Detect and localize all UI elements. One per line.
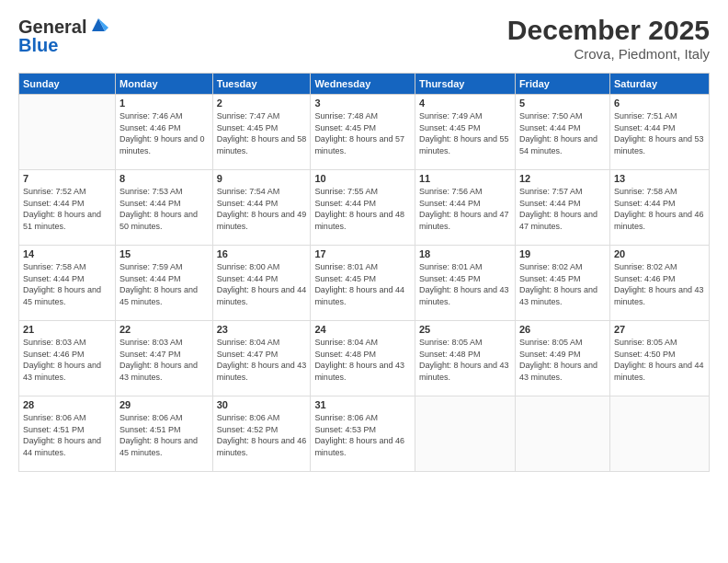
daylight-text: Daylight: 8 hours and 47 minutes. [519,209,606,232]
daylight-text: Daylight: 8 hours and 48 minutes. [314,209,411,232]
day-info: Sunrise: 7:57 AMSunset: 4:44 PMDaylight:… [519,186,606,232]
calendar-table: Sunday Monday Tuesday Wednesday Thursday… [18,73,710,472]
daylight-text: Daylight: 8 hours and 46 minutes. [614,209,705,232]
sunrise-text: Sunrise: 8:05 AM [419,337,511,349]
daylight-text: Daylight: 8 hours and 49 minutes. [217,209,307,232]
sunset-text: Sunset: 4:47 PM [119,349,209,361]
page-title: December 2025 [507,15,710,46]
sunset-text: Sunset: 4:44 PM [614,198,705,210]
day-number: 20 [614,248,705,259]
sunrise-text: Sunrise: 7:57 AM [519,186,606,198]
col-monday: Monday [116,74,213,95]
week-row-3: 21Sunrise: 8:03 AMSunset: 4:46 PMDayligh… [19,321,710,396]
col-wednesday: Wednesday [311,74,415,95]
sunrise-text: Sunrise: 8:05 AM [614,337,705,349]
week-row-1: 7Sunrise: 7:52 AMSunset: 4:44 PMDaylight… [19,170,710,246]
sunrise-text: Sunrise: 7:46 AM [119,110,209,122]
calendar-cell: 16Sunrise: 8:00 AMSunset: 4:44 PMDayligh… [212,246,311,321]
day-info: Sunrise: 7:47 AMSunset: 4:45 PMDaylight:… [217,110,307,156]
sunrise-text: Sunrise: 7:59 AM [119,261,209,273]
day-number: 19 [519,248,606,259]
sunset-text: Sunset: 4:44 PM [23,273,111,285]
day-info: Sunrise: 7:49 AMSunset: 4:45 PMDaylight:… [419,110,511,156]
sunrise-text: Sunrise: 8:02 AM [519,261,606,273]
day-info: Sunrise: 8:06 AMSunset: 4:52 PMDaylight:… [217,412,307,458]
day-info: Sunrise: 8:05 AMSunset: 4:49 PMDaylight:… [519,337,606,383]
sunrise-text: Sunrise: 7:58 AM [614,186,705,198]
daylight-text: Daylight: 8 hours and 43 minutes. [314,360,411,383]
day-number: 29 [119,399,209,410]
calendar-cell: 10Sunrise: 7:55 AMSunset: 4:44 PMDayligh… [311,170,415,246]
sunrise-text: Sunrise: 8:06 AM [119,412,209,424]
title-block: December 2025 Crova, Piedmont, Italy [507,15,710,62]
day-info: Sunrise: 8:04 AMSunset: 4:48 PMDaylight:… [314,337,411,383]
day-number: 24 [314,324,411,335]
calendar-cell: 24Sunrise: 8:04 AMSunset: 4:48 PMDayligh… [311,321,415,396]
day-info: Sunrise: 7:58 AMSunset: 4:44 PMDaylight:… [23,261,111,307]
daylight-text: Daylight: 8 hours and 50 minutes. [119,209,209,232]
day-number: 17 [314,248,411,259]
sunset-text: Sunset: 4:48 PM [419,349,511,361]
day-number: 22 [119,324,209,335]
day-number: 3 [314,98,411,109]
sunset-text: Sunset: 4:48 PM [314,349,411,361]
day-info: Sunrise: 8:06 AMSunset: 4:51 PMDaylight:… [23,412,111,458]
sunrise-text: Sunrise: 8:04 AM [217,337,307,349]
calendar-cell: 15Sunrise: 7:59 AMSunset: 4:44 PMDayligh… [116,246,213,321]
daylight-text: Daylight: 8 hours and 44 minutes. [614,360,705,383]
day-number: 7 [23,173,111,184]
logo: General Blue [18,15,108,56]
sunset-text: Sunset: 4:44 PM [119,198,209,210]
daylight-text: Daylight: 8 hours and 43 minutes. [217,360,307,383]
day-info: Sunrise: 8:02 AMSunset: 4:46 PMDaylight:… [614,261,705,307]
calendar-cell: 18Sunrise: 8:01 AMSunset: 4:45 PMDayligh… [415,246,515,321]
day-info: Sunrise: 8:06 AMSunset: 4:51 PMDaylight:… [119,412,209,458]
day-info: Sunrise: 7:53 AMSunset: 4:44 PMDaylight:… [119,186,209,232]
sunset-text: Sunset: 4:44 PM [119,273,209,285]
day-number: 30 [217,399,307,410]
sunset-text: Sunset: 4:44 PM [217,273,307,285]
sunset-text: Sunset: 4:44 PM [614,122,705,134]
day-number: 15 [119,248,209,259]
logo-blue: Blue [18,35,108,56]
day-info: Sunrise: 8:00 AMSunset: 4:44 PMDaylight:… [217,261,307,307]
daylight-text: Daylight: 8 hours and 43 minutes. [419,284,511,307]
calendar-cell: 14Sunrise: 7:58 AMSunset: 4:44 PMDayligh… [19,246,116,321]
sunrise-text: Sunrise: 7:48 AM [314,110,411,122]
sunrise-text: Sunrise: 7:51 AM [614,110,705,122]
calendar-cell [415,396,515,472]
daylight-text: Daylight: 9 hours and 0 minutes. [119,133,209,156]
daylight-text: Daylight: 8 hours and 43 minutes. [614,284,705,307]
sunrise-text: Sunrise: 7:50 AM [519,110,606,122]
day-number: 1 [119,98,209,109]
sunrise-text: Sunrise: 8:04 AM [314,337,411,349]
day-number: 31 [314,399,411,410]
daylight-text: Daylight: 8 hours and 44 minutes. [23,435,111,458]
logo-icon [88,15,108,35]
sunset-text: Sunset: 4:50 PM [614,349,705,361]
calendar-cell: 3Sunrise: 7:48 AMSunset: 4:45 PMDaylight… [311,95,415,170]
col-sunday: Sunday [19,74,116,95]
day-info: Sunrise: 8:04 AMSunset: 4:47 PMDaylight:… [217,337,307,383]
calendar-cell: 7Sunrise: 7:52 AMSunset: 4:44 PMDaylight… [19,170,116,246]
day-info: Sunrise: 8:01 AMSunset: 4:45 PMDaylight:… [419,261,511,307]
sunrise-text: Sunrise: 8:06 AM [314,412,411,424]
daylight-text: Daylight: 8 hours and 44 minutes. [314,284,411,307]
daylight-text: Daylight: 8 hours and 53 minutes. [614,133,705,156]
sunset-text: Sunset: 4:44 PM [519,198,606,210]
day-info: Sunrise: 8:01 AMSunset: 4:45 PMDaylight:… [314,261,411,307]
sunset-text: Sunset: 4:51 PM [119,424,209,436]
day-number: 21 [23,324,111,335]
col-friday: Friday [515,74,609,95]
day-number: 9 [217,173,307,184]
calendar-cell: 9Sunrise: 7:54 AMSunset: 4:44 PMDaylight… [212,170,311,246]
sunset-text: Sunset: 4:45 PM [519,273,606,285]
calendar-cell: 2Sunrise: 7:47 AMSunset: 4:45 PMDaylight… [212,95,311,170]
day-number: 28 [23,399,111,410]
col-tuesday: Tuesday [212,74,311,95]
calendar-cell: 11Sunrise: 7:56 AMSunset: 4:44 PMDayligh… [415,170,515,246]
sunset-text: Sunset: 4:52 PM [217,424,307,436]
calendar-cell: 27Sunrise: 8:05 AMSunset: 4:50 PMDayligh… [609,321,709,396]
day-number: 25 [419,324,511,335]
week-row-4: 28Sunrise: 8:06 AMSunset: 4:51 PMDayligh… [19,396,710,472]
